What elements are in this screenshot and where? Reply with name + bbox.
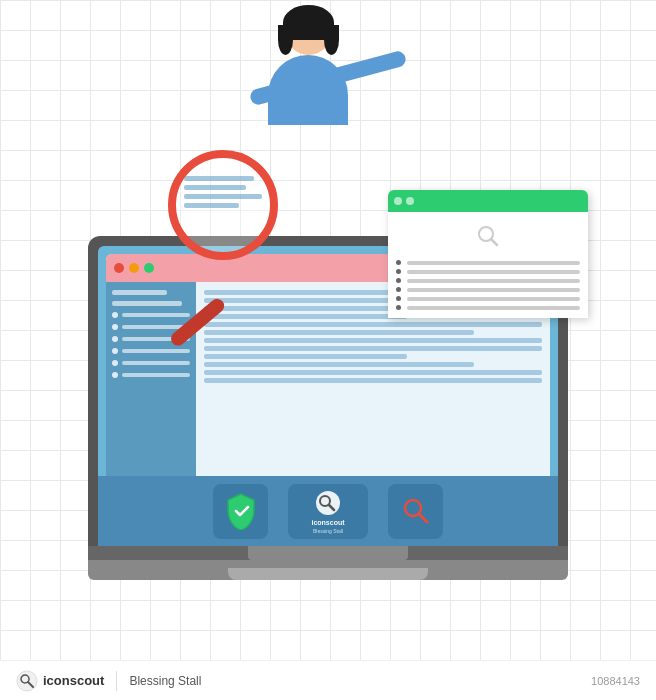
sidebar-bullet	[112, 360, 118, 366]
popup-line	[407, 279, 580, 283]
popup-row	[396, 269, 580, 274]
shield-icon-box	[213, 484, 268, 539]
blessing-stall-label: Blessing Stall	[313, 528, 343, 534]
sidebar-row	[112, 312, 190, 318]
popup-row	[396, 260, 580, 265]
iconscout-logo-box: iconscout Blessing Stall	[288, 484, 368, 539]
sidebar-row	[112, 372, 190, 378]
popup-dot	[406, 197, 414, 205]
main-container: — ▭ X	[0, 0, 656, 700]
svg-line-6	[491, 239, 497, 245]
popup-bullet	[396, 269, 401, 274]
popup-dot	[394, 197, 402, 205]
popup-row	[396, 296, 580, 301]
popup-window	[388, 190, 588, 318]
footer-item-id: 10884143	[591, 675, 640, 687]
iconscout-logo-icon	[314, 489, 342, 517]
dot-red	[114, 263, 124, 273]
popup-bullet	[396, 278, 401, 283]
magnifier-circle	[168, 150, 278, 260]
popup-bullet	[396, 296, 401, 301]
sidebar-bullet	[112, 348, 118, 354]
footer: iconscout Blessing Stall 10884143	[0, 660, 656, 700]
popup-bullet	[396, 305, 401, 310]
illustration: — ▭ X	[48, 10, 608, 610]
content-line	[204, 378, 542, 383]
popup-line	[407, 261, 580, 265]
person-arm	[249, 50, 408, 107]
content-line	[204, 370, 542, 375]
footer-iconscout-icon	[16, 670, 38, 692]
svg-line-4	[419, 514, 427, 522]
popup-bullet	[396, 287, 401, 292]
popup-bullet	[396, 260, 401, 265]
popup-line	[407, 288, 580, 292]
content-line	[204, 338, 542, 343]
sidebar-text	[122, 349, 190, 353]
sidebar-bullet	[112, 324, 118, 330]
dot-yellow	[129, 263, 139, 273]
footer-brand-name: iconscout	[43, 673, 104, 688]
magnifier	[148, 150, 308, 310]
footer-divider	[116, 671, 117, 691]
sidebar-row	[112, 360, 190, 366]
person-hair	[283, 5, 334, 40]
popup-line	[407, 306, 580, 310]
popup-line	[407, 270, 580, 274]
sidebar-bullet	[112, 312, 118, 318]
popup-titlebar	[388, 190, 588, 212]
sidebar-row	[112, 348, 190, 354]
popup-row	[396, 278, 580, 283]
laptop-stand	[88, 560, 568, 580]
svg-point-7	[17, 671, 37, 691]
sidebar-bullet	[112, 336, 118, 342]
sidebar-text	[122, 373, 190, 377]
footer-logo: iconscout	[16, 670, 104, 692]
laptop-base	[88, 546, 568, 560]
search-icon-red	[401, 496, 431, 526]
search-icon-box	[388, 484, 443, 539]
content-line	[204, 362, 474, 367]
footer-watermark-text: Blessing Stall	[129, 674, 201, 688]
content-line	[204, 330, 474, 335]
person-figure	[268, 10, 348, 125]
popup-line	[407, 297, 580, 301]
popup-row	[396, 287, 580, 292]
person-body	[268, 55, 348, 125]
popup-search-icon	[475, 223, 501, 249]
iconscout-label: iconscout	[311, 519, 344, 526]
shield-icon	[224, 492, 258, 530]
popup-row	[396, 305, 580, 310]
content-line	[204, 322, 542, 327]
sidebar-bullet	[112, 372, 118, 378]
content-line	[204, 354, 407, 359]
laptop-foot	[228, 568, 428, 580]
content-line	[204, 346, 542, 351]
sidebar-text	[122, 361, 190, 365]
popup-content	[388, 212, 588, 318]
content-line	[204, 314, 407, 319]
sidebar-text	[122, 313, 190, 317]
laptop-bottom-icons: iconscout Blessing Stall	[98, 476, 558, 546]
person-head	[286, 10, 331, 55]
